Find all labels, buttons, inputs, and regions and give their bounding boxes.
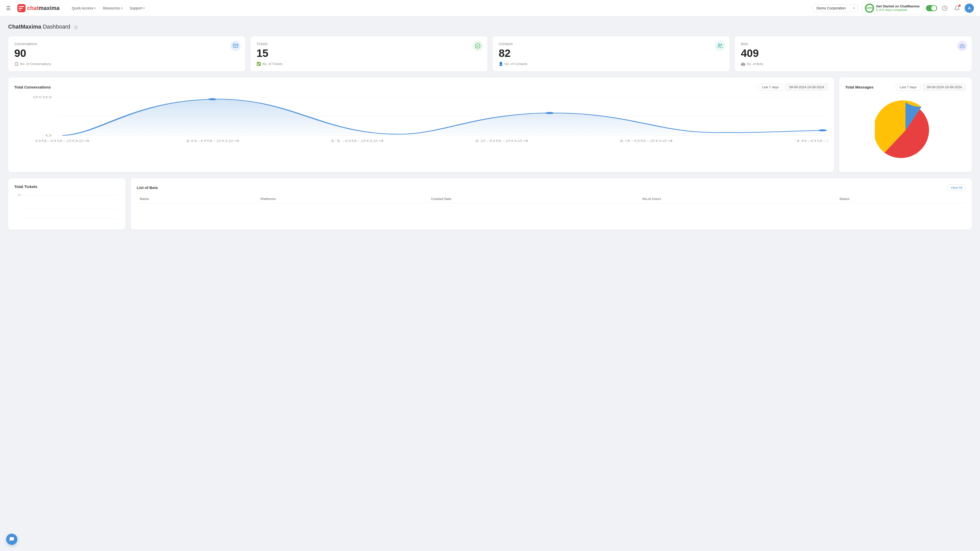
contacts-sub: 👤 No. of Contacts (499, 62, 724, 66)
svg-point-8 (721, 44, 722, 45)
logo[interactable]: chatmaxima (17, 3, 59, 13)
contacts-value: 82 (499, 48, 724, 59)
conversations-chart-filters: Last 7 days 09-09-2024-16-09-2024 (758, 84, 828, 91)
svg-point-11 (963, 46, 963, 47)
notification-btn[interactable] (940, 3, 950, 13)
conversations-value: 90 (14, 48, 239, 59)
help-icon[interactable]: ? (73, 25, 78, 30)
nav-links: Quick Access ▾ Resources ▾ Support ▾ (68, 5, 808, 12)
org-name: Demo Corporation (816, 6, 845, 10)
svg-text:11-09-2024: 11-09-2024 (329, 140, 384, 142)
stat-card-conversations: Conversations 90 📋 No. of Conversations (8, 36, 245, 71)
nav-right: Demo Corporation ▾ 100% Get Started on C… (813, 2, 974, 14)
svg-point-12 (962, 44, 963, 45)
tickets-value: 15 (256, 48, 481, 59)
col-status: Status (836, 195, 966, 203)
messages-pie-chart (845, 95, 966, 166)
stat-card-bots: Bots 409 🤖 No. of Bots (735, 36, 972, 71)
messages-chart-header: Total Messages Last 7 days 09-09-2024-16… (845, 84, 966, 91)
col-users: No.of Users (640, 195, 836, 203)
get-started-text: Get Started on ChatMaxima 6 of 6 steps c… (876, 4, 920, 12)
tickets-svg: 10 (14, 193, 119, 224)
pie-svg (875, 100, 936, 161)
bots-table: Name Platforms Created Date No.of Users … (137, 195, 966, 203)
nav-resources[interactable]: Resources ▾ (100, 5, 126, 12)
get-started-title: Get Started on ChatMaxima (876, 4, 920, 8)
user-avatar[interactable]: A (965, 3, 974, 13)
tickets-sub-icon: ✅ (256, 62, 261, 66)
svg-point-10 (961, 46, 962, 47)
svg-rect-2 (19, 8, 23, 9)
tickets-chart-title: Total Tickets (14, 184, 37, 189)
org-chevron: ▾ (853, 6, 855, 10)
svg-rect-1 (19, 6, 24, 7)
col-name: Name (137, 195, 258, 203)
nav-quick-access[interactable]: Quick Access ▾ (68, 5, 99, 12)
stat-cards-grid: Conversations 90 📋 No. of Conversations … (8, 36, 972, 71)
tickets-icon (473, 41, 483, 51)
bots-list-title: List of Bots (137, 186, 158, 190)
bots-table-header-row: Name Platforms Created Date No.of Users … (137, 195, 966, 203)
svg-rect-9 (960, 45, 964, 48)
conversations-chart-title: Total Conversations (14, 85, 51, 89)
resources-chevron: ▾ (121, 6, 123, 10)
svg-text:200: 200 (32, 96, 52, 99)
svg-point-16 (208, 98, 217, 100)
conversations-svg: 200 0 09-09-2024 10-09-2024 11-09-2024 1… (14, 95, 828, 146)
stat-card-contacts: Contacts 82 👤 No. of Contacts (493, 36, 730, 71)
messages-chart-title: Total Messages (845, 85, 873, 89)
get-started-box[interactable]: 100% Get Started on ChatMaxima 6 of 6 st… (862, 2, 923, 14)
conversations-sub-label: No. of Conversations (20, 62, 51, 66)
col-created-date: Created Date (428, 195, 640, 203)
tickets-label: Tickets (256, 42, 481, 46)
svg-text:12-09-2024: 12-09-2024 (474, 140, 529, 142)
svg-point-6 (476, 44, 480, 48)
view-all-button[interactable]: View All (948, 184, 966, 191)
tickets-sub-label: No. of Tickets (262, 62, 283, 66)
conversations-sub-icon: 📋 (14, 62, 19, 66)
toggle-dot (931, 6, 936, 11)
progress-circle: 100% (865, 3, 874, 13)
bots-icon (957, 41, 967, 51)
bots-list-header: List of Bots View All (137, 184, 966, 191)
svg-text:16-09-2024: 16-09-2024 (795, 140, 828, 142)
svg-point-18 (818, 129, 827, 131)
logo-text: chatmaxima (27, 5, 59, 11)
page-title-rest: Dashboard (41, 24, 70, 30)
tickets-bar-chart: 10 (14, 193, 119, 224)
messages-filter-date: 09-09-2024-16-09-2024 (923, 84, 966, 91)
tickets-chart-card: Total Tickets 10 (8, 178, 126, 230)
hamburger-menu[interactable]: ☰ (6, 5, 11, 11)
bottom-row: Total Tickets 10 List of Bots View All (8, 178, 972, 230)
status-toggle[interactable] (926, 5, 937, 11)
conversations-chart-card: Total Conversations Last 7 days 09-09-20… (8, 78, 834, 172)
quick-access-label: Quick Access (72, 6, 93, 10)
conversations-line-chart: 200 0 09-09-2024 10-09-2024 11-09-2024 1… (14, 95, 828, 146)
svg-text:13-09-2024: 13-09-2024 (619, 140, 673, 142)
navbar: ☰ chatmaxima Quick Access ▾ Resources ▾ … (0, 0, 980, 16)
contacts-icon (715, 41, 725, 51)
svg-text:10: 10 (18, 193, 21, 197)
logo-icon (17, 3, 26, 13)
notif-bell[interactable] (953, 3, 962, 13)
svg-text:0: 0 (45, 134, 52, 137)
conversations-filter-period[interactable]: Last 7 days (758, 84, 783, 91)
nav-support[interactable]: Support ▾ (127, 5, 148, 12)
svg-text:09-09-2024: 09-09-2024 (35, 140, 90, 142)
support-label: Support (130, 6, 142, 10)
org-selector[interactable]: Demo Corporation ▾ (813, 4, 859, 12)
bots-value: 409 (741, 48, 966, 59)
bots-list-card: List of Bots View All Name Platforms Cre… (130, 178, 972, 230)
progress-pct: 100% (866, 6, 873, 10)
tickets-sub: ✅ No. of Tickets (256, 62, 481, 66)
svg-rect-3 (19, 10, 21, 11)
avatar-initials: A (968, 6, 971, 10)
resources-label: Resources (103, 6, 120, 10)
bots-sub: 🤖 No. of Bots (741, 62, 966, 66)
page-title: ChatMaxima Dashboard ? (8, 24, 972, 30)
contacts-sub-icon: 👤 (499, 62, 503, 66)
messages-filter-period[interactable]: Last 7 days (896, 84, 921, 91)
svg-text:10-09-2024: 10-09-2024 (185, 140, 240, 142)
tickets-chart-header: Total Tickets (14, 184, 119, 189)
bots-sub-label: No. of Bots (747, 62, 763, 66)
